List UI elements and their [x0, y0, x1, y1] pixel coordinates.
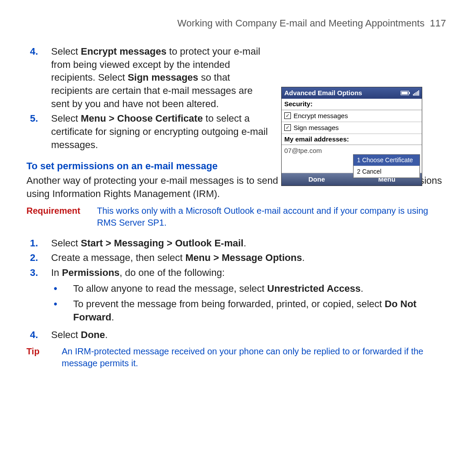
step-number: 4.: [26, 328, 51, 342]
bottom-steps: 4.Select Done.: [26, 328, 450, 342]
bullet-body: To prevent the message from being forwar…: [73, 298, 450, 324]
bold-text: Start > Messaging > Outlook E-mail: [81, 238, 243, 249]
phone-title: Advanced Email Options: [284, 89, 362, 97]
body-text: .: [243, 238, 246, 249]
step-number: 1.: [26, 237, 51, 250]
step-row: 4.Select Encrypt messages to protect you…: [26, 45, 273, 110]
bold-text: Permissions: [62, 267, 119, 278]
body-text: Select: [51, 46, 81, 57]
body-text: Create a message, then select: [51, 252, 186, 263]
step-body: Select Encrypt messages to protect your …: [51, 45, 273, 110]
bullet-row: •To allow anyone to read the message, se…: [48, 282, 450, 295]
step-row: 3.In Permissions, do one of the followin…: [26, 266, 450, 279]
phone-menu-cancel[interactable]: 2 Cancel: [353, 166, 420, 178]
bullet-icon: •: [48, 282, 73, 295]
step-number: 4.: [26, 45, 51, 58]
checkbox-checked-icon: ✓: [284, 124, 291, 131]
bold-text: Sign messages: [128, 72, 198, 83]
svg-rect-5: [416, 92, 416, 96]
svg-rect-2: [402, 92, 408, 94]
body-text: .: [302, 252, 305, 263]
step-number: 3.: [26, 266, 51, 279]
phone-menu-popup: 1 Choose Certificate 2 Cancel: [353, 154, 420, 178]
page-header: Working with Company E-mail and Meeting …: [26, 18, 450, 29]
permission-bullets: •To allow anyone to read the message, se…: [48, 282, 450, 324]
step-row: 5.Select Menu > Choose Certificate to se…: [26, 112, 273, 151]
mid-steps: 1.Select Start > Messaging > Outlook E-m…: [26, 237, 450, 279]
body-text: .: [112, 312, 114, 323]
requirement-note: Requirement This works only with a Micro…: [26, 205, 450, 229]
bullet-body: To allow anyone to read the message, sel…: [73, 282, 450, 295]
body-text: .: [361, 283, 363, 294]
step-body: Select Done.: [51, 328, 450, 342]
step-row: 4.Select Done.: [26, 328, 450, 342]
bold-text: Encrypt messages: [81, 46, 166, 57]
body-text: Select: [51, 113, 81, 124]
body-text: To prevent the message from being forwar…: [73, 298, 385, 309]
bold-text: Done: [81, 329, 105, 340]
body-text: .: [105, 329, 108, 340]
bold-text: Unrestricted Access: [267, 283, 361, 294]
svg-rect-3: [413, 94, 414, 96]
step-body: Select Menu > Choose Certificate to sele…: [51, 112, 273, 151]
phone-encrypt-row[interactable]: ✓ Encrypt messages: [282, 110, 422, 122]
bullet-icon: •: [48, 298, 73, 311]
body-text: Select: [51, 329, 81, 340]
tip-label: Tip: [26, 346, 62, 357]
body-text: In: [51, 267, 62, 278]
step-body: In Permissions, do one of the following:: [51, 266, 450, 279]
phone-menu-choose[interactable]: 1 Choose Certificate: [353, 155, 420, 166]
phone-sign-label: Sign messages: [294, 123, 339, 132]
step-number: 5.: [26, 112, 51, 125]
phone-addresses-label: My email addresses:: [282, 134, 422, 145]
phone-sign-row[interactable]: ✓ Sign messages: [282, 122, 422, 134]
bold-text: Menu > Choose Certificate: [81, 113, 203, 124]
page-number: 117: [430, 18, 446, 29]
step-body: Create a message, then select Menu > Mes…: [51, 251, 450, 264]
requirement-label: Requirement: [26, 205, 97, 217]
step-row: 1.Select Start > Messaging > Outlook E-m…: [26, 237, 450, 250]
step-body: Select Start > Messaging > Outlook E-mai…: [51, 237, 450, 250]
tip-note: Tip An IRM-protected message received on…: [26, 346, 450, 369]
phone-encrypt-label: Encrypt messages: [294, 112, 348, 120]
requirement-text: This works only with a Microsoft Outlook…: [97, 205, 450, 229]
step-number: 2.: [26, 251, 51, 264]
svg-rect-1: [409, 92, 410, 94]
phone-titlebar: Advanced Email Options: [282, 87, 422, 99]
body-text: To allow anyone to read the message, sel…: [73, 283, 267, 294]
tip-text: An IRM-protected message received on you…: [62, 346, 450, 369]
body-text: Select: [51, 238, 81, 249]
phone-softkey-done[interactable]: Done: [282, 173, 352, 186]
phone-security-label: Security:: [282, 99, 422, 110]
signal-icon: [413, 90, 419, 96]
phone-screenshot: Advanced Email Options Security: ✓ Encry…: [281, 87, 422, 186]
top-steps: 4.Select Encrypt messages to protect you…: [26, 45, 273, 152]
body-text: , do one of the following:: [119, 267, 225, 278]
bullet-row: •To prevent the message from being forwa…: [48, 298, 450, 324]
battery-icon: [401, 90, 410, 96]
svg-rect-6: [417, 91, 418, 96]
bold-text: Menu > Message Options: [186, 252, 302, 263]
svg-rect-4: [414, 93, 415, 96]
svg-rect-7: [418, 90, 419, 96]
header-title: Working with Company E-mail and Meeting …: [177, 18, 424, 29]
checkbox-checked-icon: ✓: [284, 112, 291, 119]
step-row: 2.Create a message, then select Menu > M…: [26, 251, 450, 264]
